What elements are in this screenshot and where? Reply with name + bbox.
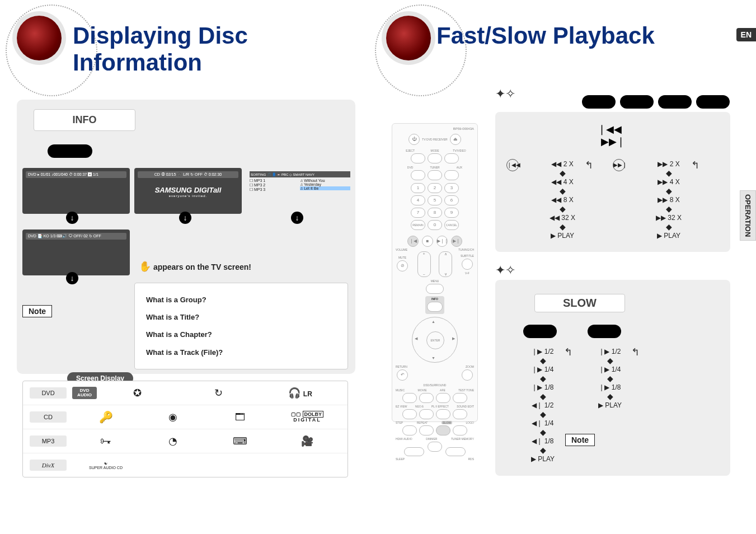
play-pause-button[interactable]: ▶❘❘	[436, 236, 448, 247]
num-button[interactable]: 7	[411, 208, 425, 218]
return-button[interactable]: ↶	[397, 369, 408, 381]
icon-disc: ◉	[139, 411, 206, 423]
screenshot-dvd2: DVD 📑 KO 1/3 ⌨🔊 🗨 OFF/ 02 ↻ OFF	[22, 229, 130, 275]
mp3-folder: MP3 1	[254, 179, 265, 182]
remote-btn[interactable]	[402, 425, 417, 435]
down-arrow-icon: ↓	[179, 212, 191, 224]
remote-btn[interactable]	[428, 170, 442, 180]
num-button[interactable]: 9	[444, 208, 459, 218]
remote-btn[interactable]	[436, 393, 450, 403]
remote-btn[interactable]	[402, 393, 417, 403]
screenshot-mp3-songs: ♫ Without You ♫ Yesterday ♫ Let It Be	[300, 179, 350, 192]
fast-pills	[582, 95, 730, 109]
row-label-cd: CD	[30, 411, 67, 423]
slow-pill	[588, 325, 621, 338]
note-label: Note	[565, 434, 595, 446]
enter-button[interactable]: ENTER	[426, 331, 444, 349]
hand-note: ✋ appears on the TV screen!	[139, 260, 251, 273]
flow-step: ◀◀ 32 X	[523, 214, 602, 222]
pill-button	[696, 95, 730, 109]
volume-rocker[interactable]: +−	[417, 251, 431, 277]
hand-note-text: appears on the TV screen!	[153, 263, 251, 271]
remote-btn[interactable]	[428, 153, 442, 163]
slow-button[interactable]	[436, 425, 450, 435]
remote-btn[interactable]	[453, 393, 467, 403]
flow-step: ▶ PLAY	[630, 232, 708, 240]
flow-step: ◀❘ 1/4	[512, 419, 574, 427]
page-title-left: Displaying Disc Information	[73, 22, 369, 76]
num-button[interactable]: 3	[444, 183, 459, 193]
remote-btn[interactable]	[444, 153, 459, 163]
remote-btn[interactable]	[453, 425, 467, 435]
icon-globe: ✪	[97, 387, 178, 399]
skip-icons: ❘◀◀ ▶▶❘	[585, 123, 641, 148]
info-button[interactable]	[427, 302, 443, 312]
num-button[interactable]: 4	[411, 195, 425, 205]
remote-btn[interactable]	[428, 442, 442, 452]
remote-btn[interactable]	[444, 170, 459, 180]
flow-step: ▶ PLAY	[512, 455, 574, 463]
screenshot-cd-bar: CD ⦿ 02/15 🎧 L/R ↻ OFF ⏱ 0:02:30	[138, 171, 238, 178]
remote-btn[interactable]	[419, 393, 434, 403]
mp3-song: Without You	[304, 179, 325, 182]
menu-button[interactable]	[426, 284, 444, 294]
remote-btn[interactable]	[419, 409, 434, 419]
remote-mode-row: EJECT MODE TV/VIDEO	[396, 148, 474, 152]
skip-next-icon: ▶▶❘	[601, 136, 625, 147]
remote-btn[interactable]	[404, 447, 424, 456]
mute-button[interactable]: ⊘	[397, 260, 408, 271]
open-button[interactable]: ⏏	[450, 134, 461, 145]
down-arrow-icon: ↓	[66, 212, 78, 224]
subtitle-button[interactable]	[462, 259, 473, 270]
remote-btn[interactable]	[411, 170, 425, 180]
remote-btn[interactable]	[419, 425, 434, 435]
row-label-dvd: DVD	[30, 387, 67, 399]
note-container: Note	[22, 305, 52, 317]
remote-vol-tune: MUTE⊘ +− ∧∨ SUBTITLEV-F	[396, 251, 474, 277]
mp3-card-extra	[134, 229, 347, 251]
prev-circle-button: ❘◀◀	[506, 159, 519, 171]
remote-top-row: ⏻ TV DVD RECEIVER ⏏	[396, 133, 474, 146]
num-button[interactable]: 8	[428, 208, 442, 218]
num-button[interactable]: 2	[428, 183, 442, 193]
screenshot-dvd1-bar: DVD ▸ 01/01 ♪001/040 ⏱ 0:00:37 🅰 1/1	[26, 171, 126, 178]
mp3-song: Yesterday	[304, 182, 321, 186]
remote-btn[interactable]	[402, 409, 417, 419]
num-button[interactable]: 6	[444, 195, 459, 205]
dpad[interactable]: ▲ ▼ ◀ ▶ ENTER	[412, 317, 458, 363]
remote-numpad: 123 456 789 REMAIN0CANCEL	[396, 182, 474, 231]
remote-btn[interactable]	[453, 409, 467, 419]
screenshot-cd-tagline: everyone's invited.	[138, 194, 238, 198]
slow-left-flow: ❘▶ 1/2 ◆ ❘▶ 1/4 ◆ ❘▶ 1/8 ◆ ◀❘ 1/2 ◆ ◀❘ 1…	[512, 344, 574, 466]
icon-repeat: ↻	[178, 387, 259, 399]
loop-arrow-icon: ↰	[585, 159, 593, 171]
power-button[interactable]: ⏻	[408, 134, 420, 145]
info-button-pill	[48, 144, 92, 158]
table-row: DivX ☯SUPER AUDIO CD	[23, 453, 348, 477]
remote-btn[interactable]	[411, 153, 425, 163]
stop-button[interactable]: ■	[422, 236, 433, 247]
num-button[interactable]: 0	[428, 220, 442, 230]
remain-button[interactable]: REMAIN	[411, 220, 425, 230]
flow-step: ▶▶ 32 X	[630, 214, 708, 222]
glossary-title: What is a Title?	[146, 308, 336, 326]
remote-btn[interactable]	[436, 409, 450, 419]
tuning-rocker[interactable]: ∧∨	[439, 251, 452, 277]
icon-speaker-lr: 🎧 LR	[260, 387, 341, 399]
screenshot-mp3-header: SORTING 🎵 👤 📼 PBC ◇ SMART NAVY	[250, 171, 350, 177]
loop-arrow-icon: ↰	[564, 346, 572, 358]
right-page: Fast/Slow Playback BP59-00043A ⏻ TV DVD …	[369, 0, 756, 534]
speaker-ring-icon	[386, 16, 431, 60]
page-title-right: Fast/Slow Playback	[436, 22, 655, 49]
zoom-button[interactable]	[462, 369, 473, 381]
down-arrow-icon: ↓	[66, 272, 78, 284]
remote-btn[interactable]	[445, 447, 466, 456]
num-button[interactable]: 1	[411, 183, 425, 193]
flow-step: ❘▶ 1/8	[512, 383, 574, 391]
sparkle-icon: ✦✧	[495, 263, 515, 278]
num-button[interactable]: 5	[428, 195, 442, 205]
skip-prev-button[interactable]: ❘◀	[407, 236, 419, 247]
cancel-button[interactable]: CANCEL	[444, 220, 459, 230]
down-arrow-icon: ↓	[291, 212, 303, 224]
skip-next-button[interactable]: ▶❘	[451, 236, 462, 247]
